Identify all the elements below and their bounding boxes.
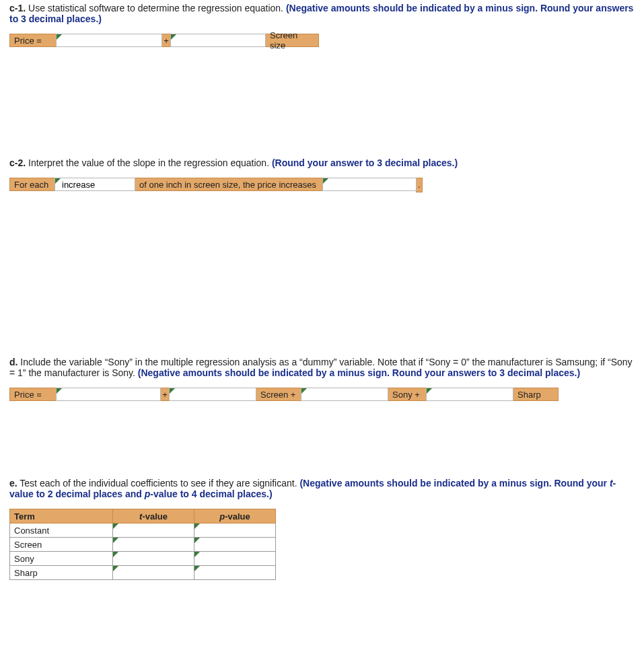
term-sharp: Sharp — [10, 566, 113, 580]
question-c1: c-1. Use statistical software to determi… — [9, 3, 635, 24]
d-b0-input[interactable] — [56, 388, 161, 401]
table-header-row: Term t-value p-value — [10, 509, 276, 524]
table-row: Screen — [10, 538, 276, 552]
sharp-t-input[interactable] — [113, 566, 194, 580]
screen-plus-label: Screen + — [256, 388, 301, 401]
c2-direction-input[interactable] — [55, 178, 135, 191]
d-equation-row: Price = + Screen + Sony + Sharp — [9, 388, 635, 401]
table-row: Sharp — [10, 566, 276, 580]
question-d: d. Include the variable “Sony” in the mu… — [9, 357, 635, 378]
c2-mid-label: of one inch in screen size, the price in… — [135, 178, 323, 191]
sony-p-input[interactable] — [194, 552, 276, 566]
constant-p-input[interactable] — [194, 524, 276, 538]
sharp-p-input[interactable] — [194, 566, 276, 580]
d-b3-input[interactable] — [426, 388, 513, 401]
th-term: Term — [10, 509, 113, 524]
question-c1-label: c-1. — [9, 3, 26, 13]
th-tvalue: t-value — [113, 509, 194, 524]
question-c1-text: Use statistical software to determine th… — [26, 3, 286, 13]
question-c2-note: (Round your answer to 3 decimal places.) — [272, 157, 458, 168]
d-plus-sign: + — [160, 388, 170, 401]
sony-plus-label: Sony + — [388, 388, 427, 401]
table-row: Sony — [10, 552, 276, 566]
term-sony: Sony — [10, 552, 113, 566]
screen-size-label: Screen size — [265, 34, 319, 47]
th-pvalue: p-value — [194, 509, 276, 524]
c1-slope-input[interactable] — [170, 34, 266, 47]
question-c2-text: Interpret the value of the slope in the … — [26, 157, 272, 168]
d-b1-input[interactable] — [169, 388, 256, 401]
question-e-text: Test each of the individual coefficients… — [17, 478, 300, 489]
for-each-label: For each — [9, 178, 55, 191]
coefficients-table: Term t-value p-value Constant Screen Son… — [9, 509, 276, 580]
screen-t-input[interactable] — [113, 538, 194, 552]
d-price-label: Price = — [9, 388, 57, 401]
screen-p-input[interactable] — [194, 538, 276, 552]
sharp-label: Sharp — [513, 388, 559, 401]
table-row: Constant — [10, 524, 276, 538]
term-constant: Constant — [10, 524, 113, 538]
question-e-label: e. — [9, 478, 17, 489]
term-screen: Screen — [10, 538, 113, 552]
sony-t-input[interactable] — [113, 552, 194, 566]
question-c2: c-2. Interpret the value of the slope in… — [9, 157, 635, 168]
d-b2-input[interactable] — [301, 388, 388, 401]
c2-amount-input[interactable] — [322, 178, 417, 191]
period-label: . — [416, 178, 423, 192]
question-d-label: d. — [9, 357, 17, 367]
question-c2-label: c-2. — [9, 157, 26, 168]
question-e: e. Test each of the individual coefficie… — [9, 478, 635, 499]
question-d-note: (Negative amounts should be indicated by… — [138, 367, 580, 378]
c1-intercept-input[interactable] — [56, 34, 162, 47]
plus-sign: + — [162, 34, 171, 47]
constant-t-input[interactable] — [113, 524, 194, 538]
c1-equation-row: Price = + Screen size — [9, 34, 635, 47]
price-label: Price = — [9, 34, 57, 47]
c2-sentence-row: For each of one inch in screen size, the… — [9, 178, 635, 192]
